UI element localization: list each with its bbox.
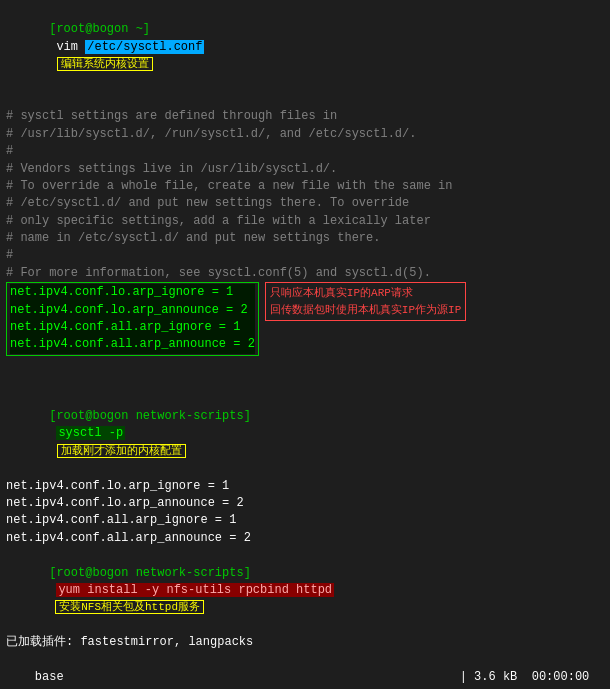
setting-4: net.ipv4.conf.all.arp_announce = 2 xyxy=(10,336,255,353)
line-yum-cmd: [root@bogon network-scripts] yum install… xyxy=(6,547,604,634)
yum-cmd: yum install -y nfs-utils rpcbind httpd xyxy=(56,583,334,597)
sysctl-out-1: net.ipv4.conf.lo.arp_ignore = 1 xyxy=(6,478,604,495)
comment-8: # name in /etc/sysctl.d/ and put new set… xyxy=(6,230,604,247)
comment-2: # /usr/lib/sysctl.d/, /run/sysctl.d/, an… xyxy=(6,126,604,143)
file-path-highlight: /etc/sysctl.conf xyxy=(85,40,204,54)
comment-3: # xyxy=(6,143,604,160)
setting-2: net.ipv4.conf.lo.arp_announce = 2 xyxy=(10,302,255,319)
comment-5: # To override a whole file, create a new… xyxy=(6,178,604,195)
blank-3 xyxy=(6,373,604,390)
comment-9: # xyxy=(6,247,604,264)
sysctl-cmd: sysctl -p xyxy=(56,426,125,440)
comment-4: # Vendors settings live in /usr/lib/sysc… xyxy=(6,161,604,178)
sysctl-out-3: net.ipv4.conf.all.arp_ignore = 1 xyxy=(6,512,604,529)
label-vim: 编辑系统内核设置 xyxy=(57,57,153,71)
comment-10: # For more information, see sysctl.conf(… xyxy=(6,265,604,282)
label-sysctl: 加载刚才添加的内核配置 xyxy=(57,444,186,458)
terminal: [root@bogon ~] vim /etc/sysctl.conf 编辑系统… xyxy=(0,0,610,689)
sysctl-out-4: net.ipv4.conf.all.arp_announce = 2 xyxy=(6,530,604,547)
repo-base: base | 3.6 kB 00:00:00 xyxy=(6,651,604,689)
settings-block: net.ipv4.conf.lo.arp_ignore = 1 net.ipv4… xyxy=(6,282,604,356)
setting-3: net.ipv4.conf.all.arp_ignore = 1 xyxy=(10,319,255,336)
prompt-network-1: [root@bogon network-scripts] xyxy=(49,409,251,423)
comment-1: # sysctl settings are defined through fi… xyxy=(6,108,604,125)
setting-1: net.ipv4.conf.lo.arp_ignore = 1 xyxy=(10,284,255,301)
settings-green-block: net.ipv4.conf.lo.arp_ignore = 1 net.ipv4… xyxy=(6,282,259,356)
line-vim-cmd: [root@bogon ~] vim /etc/sysctl.conf 编辑系统… xyxy=(6,4,604,91)
blank-1 xyxy=(6,91,604,108)
line-sysctl-cmd: [root@bogon network-scripts] sysctl -p 加… xyxy=(6,391,604,478)
label-yum: 安装NFS相关包及httpd服务 xyxy=(55,600,204,614)
vim-cmd: vim xyxy=(49,40,85,54)
annotation-arp: 只响应本机真实IP的ARP请求回传数据包时使用本机真实IP作为源IP xyxy=(265,282,466,321)
blank-2 xyxy=(6,356,604,373)
sysctl-out-2: net.ipv4.conf.lo.arp_announce = 2 xyxy=(6,495,604,512)
comment-6: # /etc/sysctl.d/ and put new settings th… xyxy=(6,195,604,212)
yum-out-1: 已加载插件: fastestmirror, langpacks xyxy=(6,634,604,651)
prompt-root: [root@bogon ~] xyxy=(49,22,150,36)
prompt-network-2: [root@bogon network-scripts] xyxy=(49,566,251,580)
comment-7: # only specific settings, add a file wit… xyxy=(6,213,604,230)
